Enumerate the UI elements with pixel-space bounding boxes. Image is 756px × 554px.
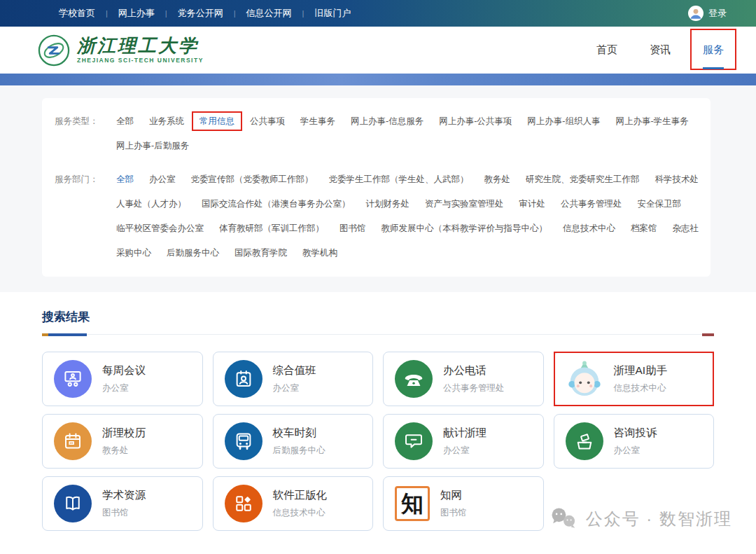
header: 浙江理工大学 ZHEJIANG SCI-TECH UNIVERSITY 首页资讯… (0, 27, 756, 74)
service-card[interactable]: 每周会议办公室 (42, 352, 203, 406)
results-divider (42, 333, 714, 336)
service-dept: 图书馆 (102, 507, 146, 519)
filter-option[interactable]: 网上办事-学生事务 (616, 115, 689, 127)
service-dept: 办公室 (273, 382, 316, 394)
filter-option[interactable]: 档案馆 (631, 222, 657, 235)
filter-option[interactable]: 全部 (116, 115, 134, 127)
filter-panel: 服务类型：全部业务系统常用信息公共事项学生事务网上办事-信息服务网上办事-公共事… (42, 98, 710, 277)
filter-option[interactable]: 采购中心 (116, 247, 151, 259)
filter-option[interactable]: 网上办事-公共事项 (439, 115, 512, 127)
nav-item-services[interactable]: 服务 (701, 41, 725, 60)
topbar-separator: | (234, 9, 236, 18)
filter-option[interactable]: 教务处 (484, 173, 511, 186)
duty-icon (225, 360, 262, 398)
filter-option[interactable]: 网上办事-组织人事 (527, 115, 600, 127)
filter-option[interactable]: 体育教研部（军训工作部） (219, 222, 324, 235)
filter-option[interactable]: 党委宣传部（党委教师工作部） (191, 173, 314, 186)
nav-item-home[interactable]: 首页 (595, 41, 619, 60)
results-title: 搜索结果 (42, 309, 714, 325)
service-dept: 信息技术中心 (273, 507, 328, 519)
filter-option[interactable]: 国际教育学院 (234, 247, 287, 259)
comment-icon (395, 422, 433, 460)
filter-option[interactable]: 党委学生工作部（学生处、人武部） (329, 173, 469, 186)
filter-group-label: 服务类型： (55, 115, 116, 164)
topbar-link[interactable]: 党务公开网 (178, 7, 223, 20)
filter-option[interactable]: 科学技术处 (655, 173, 699, 186)
filter-group: 服务类型：全部业务系统常用信息公共事项学生事务网上办事-信息服务网上办事-公共事… (55, 115, 698, 164)
filter-option[interactable]: 网上办事-信息服务 (351, 115, 424, 127)
filter-line: 采购中心后勤服务中心国际教育学院教学机构 (116, 247, 698, 259)
logo-text: 浙江理工大学 ZHEJIANG SCI-TECH UNIVERSITY (77, 36, 204, 64)
divider-accent-orange (42, 333, 48, 336)
filter-option[interactable]: 安全保卫部 (638, 198, 682, 210)
filter-option[interactable]: 人事处（人才办） (116, 198, 186, 210)
calendar-icon: 23 (54, 422, 92, 460)
filter-option[interactable]: 国际交流合作处（港澳台事务办公室） (202, 198, 351, 210)
topbar-separator: | (106, 9, 108, 18)
topbar-separator: | (165, 9, 167, 18)
topbar: 学校首页|网上办事|党务公开网|信息公开网|旧版门户 登录 (0, 0, 756, 27)
filter-option[interactable]: 业务系统 (149, 115, 184, 127)
filter-option[interactable]: 后勤服务中心 (167, 247, 219, 259)
topbar-link[interactable]: 网上办事 (118, 7, 155, 20)
service-card[interactable]: 知知网图书馆 (383, 476, 544, 531)
login-label: 登录 (708, 7, 727, 20)
service-dept: 教务处 (102, 445, 146, 457)
service-title: 咨询投诉 (614, 426, 657, 441)
service-title: 校车时刻 (273, 426, 326, 441)
topbar-link[interactable]: 旧版门户 (314, 7, 351, 20)
nav-item-news[interactable]: 资讯 (648, 41, 672, 60)
service-dept: 办公室 (443, 445, 486, 457)
filter-option[interactable]: 图书馆 (340, 222, 366, 235)
cnki-icon: 知 (395, 486, 430, 521)
filter-option[interactable]: 教学机构 (302, 247, 337, 259)
topbar-link[interactable]: 信息公开网 (246, 7, 292, 20)
filter-option[interactable]: 临平校区管委会办公室 (116, 222, 204, 235)
topbar-link[interactable]: 学校首页 (59, 7, 95, 20)
filter-option[interactable]: 常用信息 (200, 115, 234, 127)
service-title: 每周会议 (102, 363, 146, 378)
filter-option[interactable]: 教师发展中心（本科教学评价与指导中心） (382, 222, 548, 235)
service-card[interactable]: 浙理AI助手信息技术中心 (554, 352, 715, 406)
results-header: 搜索结果 (42, 309, 714, 336)
filter-option[interactable]: 审计处 (519, 198, 546, 210)
filter-line: 全部业务系统常用信息公共事项学生事务网上办事-信息服务网上办事-公共事项网上办事… (116, 115, 698, 127)
service-card[interactable]: 献计浙理办公室 (383, 414, 544, 469)
service-card[interactable]: 办公电话公共事务管理处 (383, 352, 544, 406)
service-card[interactable]: 23浙理校历教务处 (42, 414, 203, 469)
service-card[interactable]: 软件正版化信息技术中心 (213, 476, 374, 531)
filter-option[interactable]: 公共事项 (250, 115, 285, 127)
filter-option[interactable]: 全部 (116, 173, 134, 186)
filter-option[interactable]: 研究生院、党委研究生工作部 (526, 173, 640, 186)
service-title: 学术资源 (102, 488, 146, 503)
annotation-red-box (690, 29, 736, 70)
service-card[interactable]: 校车时刻后勤服务中心 (213, 414, 374, 469)
university-name: 浙江理工大学 (77, 36, 204, 55)
filter-option[interactable]: 办公室 (149, 173, 176, 186)
service-card[interactable]: 咨询投诉办公室 (554, 414, 715, 469)
service-dept: 图书馆 (440, 507, 467, 519)
bus-icon (225, 422, 262, 460)
filter-option[interactable]: 信息技术中心 (563, 222, 615, 235)
service-title: 献计浙理 (443, 426, 486, 441)
service-card[interactable]: 综合值班办公室 (213, 352, 374, 406)
university-emblem-icon (38, 34, 70, 67)
service-title: 软件正版化 (273, 488, 328, 503)
filter-option[interactable]: 杂志社 (673, 222, 699, 235)
topbar-separator: | (302, 9, 304, 18)
login-button[interactable]: 登录 (688, 6, 727, 21)
page: 学校首页|网上办事|党务公开网|信息公开网|旧版门户 登录 浙江理工大学 ZHE… (0, 0, 756, 554)
filter-option[interactable]: 网上办事-后勤服务 (116, 139, 189, 152)
meeting-icon (54, 360, 92, 398)
filter-option[interactable]: 公共事务管理处 (561, 198, 622, 210)
ai-mascot-icon (566, 360, 603, 398)
university-logo[interactable]: 浙江理工大学 ZHEJIANG SCI-TECH UNIVERSITY (38, 34, 204, 67)
phone-icon (395, 360, 433, 398)
filter-option[interactable]: 学生事务 (300, 115, 335, 127)
service-title: 浙理AI助手 (614, 363, 668, 378)
service-card[interactable]: 学术资源图书馆 (42, 476, 203, 531)
book-icon (54, 485, 92, 522)
filter-option[interactable]: 资产与实验室管理处 (425, 198, 504, 210)
filter-option[interactable]: 计划财务处 (366, 198, 410, 210)
main-nav: 首页资讯服务 (595, 41, 725, 60)
